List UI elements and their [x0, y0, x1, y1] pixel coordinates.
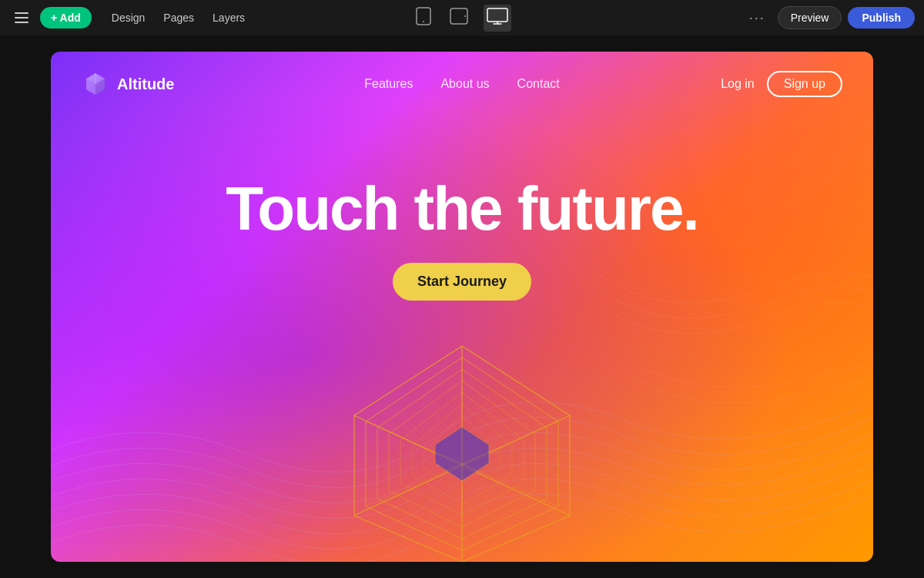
nav-layers[interactable]: Layers: [205, 7, 253, 29]
tablet-view-button[interactable]: [447, 5, 471, 32]
svg-point-4: [423, 21, 424, 22]
nav-features[interactable]: Features: [364, 77, 413, 91]
site-signup-button[interactable]: Sign up: [767, 71, 842, 97]
site-preview: Altitude Features About us Contact Log i…: [51, 52, 873, 562]
topbar: + Add Design Pages Layers: [0, 0, 924, 35]
canvas-area: Altitude Features About us Contact Log i…: [0, 35, 924, 578]
site-nav-links: Features About us Contact: [364, 77, 559, 91]
site-nav-actions: Log in Sign up: [721, 71, 842, 97]
more-options-button[interactable]: ···: [743, 7, 772, 29]
nav-contact[interactable]: Contact: [517, 77, 560, 91]
svg-point-6: [464, 15, 466, 17]
3d-cube: [331, 331, 593, 562]
svg-rect-0: [15, 12, 28, 14]
add-button[interactable]: + Add: [40, 7, 92, 29]
site-hero: Touch the future. Start Journey: [51, 116, 873, 301]
site-navbar: Altitude Features About us Contact Log i…: [51, 52, 873, 116]
nav-design[interactable]: Design: [104, 7, 153, 29]
svg-rect-7: [487, 8, 507, 22]
hero-title: Touch the future.: [226, 178, 698, 240]
publish-button[interactable]: Publish: [848, 7, 915, 29]
desktop-view-button[interactable]: [484, 5, 511, 32]
device-switcher: [413, 4, 511, 32]
hero-cta-button[interactable]: Start Journey: [393, 263, 531, 301]
site-login-link[interactable]: Log in: [721, 77, 755, 91]
svg-rect-2: [15, 22, 28, 23]
hamburger-button[interactable]: [9, 5, 34, 30]
site-logo: Altitude: [82, 70, 174, 98]
mobile-view-button[interactable]: [413, 4, 434, 32]
topbar-nav: Design Pages Layers: [104, 7, 253, 29]
nav-about[interactable]: About us: [440, 77, 489, 91]
nav-pages[interactable]: Pages: [156, 7, 202, 29]
svg-rect-1: [15, 17, 28, 18]
topbar-left: + Add Design Pages Layers: [9, 5, 253, 30]
logo-icon: [82, 70, 109, 98]
logo-text: Altitude: [117, 76, 174, 93]
topbar-right: ··· Preview Publish: [743, 6, 915, 29]
preview-button[interactable]: Preview: [778, 6, 842, 29]
